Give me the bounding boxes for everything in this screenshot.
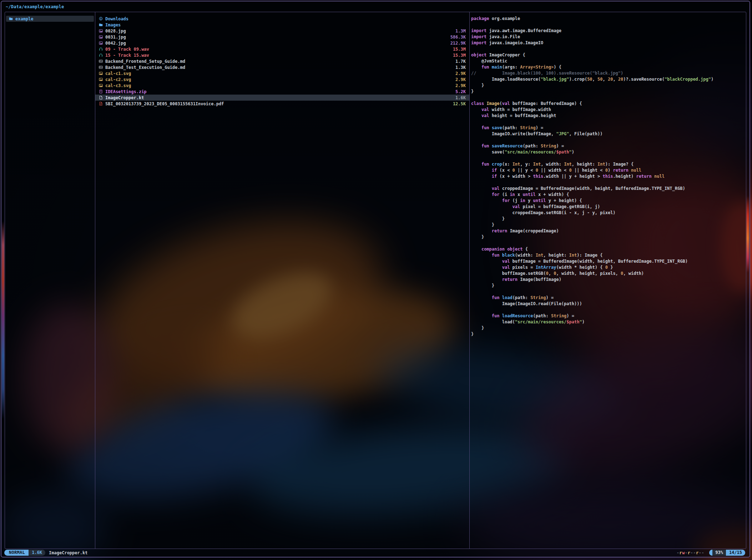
code-line: val height = buffImage.height bbox=[471, 113, 746, 119]
code-line: val buffImage = BufferedImage(width, hei… bbox=[471, 258, 746, 264]
file-row[interactable]: cal-c1.svg2.9K bbox=[95, 70, 469, 76]
pdf-icon bbox=[99, 101, 103, 106]
status-bar: NORMAL 1.6K ImageCropper.kt -rw-r--r-- 9… bbox=[4, 550, 745, 556]
code-line: val pixels = IntArray(width * height) { … bbox=[471, 264, 746, 271]
code-line: return Image(buffImage) bbox=[471, 277, 746, 283]
code-line: val width = buffImage.width bbox=[471, 107, 746, 113]
markdown-icon bbox=[99, 65, 103, 70]
file-row[interactable]: Downloads bbox=[95, 16, 469, 22]
parent-pane[interactable]: example bbox=[5, 12, 95, 549]
code-line: import java.io.File bbox=[471, 34, 746, 40]
file-name: IDEAsettings.zip bbox=[105, 89, 147, 94]
file-name: 0042.jpg bbox=[105, 41, 126, 46]
code-line bbox=[471, 119, 746, 125]
code-line: } bbox=[471, 325, 746, 331]
file-row[interactable]: Backend_Test_Execution_Guide.md1.3K bbox=[95, 64, 469, 70]
file-row[interactable]: cal-c3.svg2.9K bbox=[95, 82, 469, 89]
image-icon bbox=[99, 83, 103, 88]
status-bar-left: NORMAL 1.6K ImageCropper.kt bbox=[4, 550, 87, 556]
image-icon bbox=[99, 35, 103, 39]
code-line: fun saveResource(path: String) = bbox=[471, 143, 746, 149]
file-name: Backend_Frontend_Setup_Guide.md bbox=[105, 59, 185, 64]
code-line bbox=[471, 137, 746, 143]
file-name: 0028.jpg bbox=[105, 29, 126, 34]
file-size: 12.5K bbox=[453, 101, 466, 106]
file-row[interactable]: IDEAsettings.zip5.2K bbox=[95, 89, 469, 95]
file-name: cal-c3.svg bbox=[105, 83, 131, 88]
code-line: return Image(croppedImage) bbox=[471, 228, 746, 234]
code-line bbox=[471, 46, 746, 52]
file-size: 212.9K bbox=[450, 41, 466, 46]
parent-dir-row[interactable]: example bbox=[6, 16, 94, 22]
code-line: if (x + width > this.width || y + height… bbox=[471, 173, 746, 180]
status-bar-right: -rw-r--r-- 93% 14/15 bbox=[677, 550, 745, 556]
image-icon bbox=[99, 41, 103, 45]
code-line: for (i in x until x + width) { bbox=[471, 192, 746, 198]
code-line: buffImage.setRGB(0, 0, width, height, pi… bbox=[471, 271, 746, 277]
file-name: cal-c1.svg bbox=[105, 71, 131, 76]
file-row[interactable]: 0031.jpg586.3K bbox=[95, 34, 469, 40]
file-name: ImageCropper.kt bbox=[105, 95, 144, 100]
file-row[interactable]: Backend_Frontend_Setup_Guide.md1.7K bbox=[95, 58, 469, 64]
code-line: Image.loadResource("black.jpg").crop(50,… bbox=[471, 76, 746, 82]
permissions-text: -rw-r--r-- bbox=[677, 550, 704, 555]
file-size: 5.2K bbox=[455, 89, 466, 94]
breadcrumb-path: ~/Data/example/example bbox=[6, 4, 64, 9]
file-size-badge: 1.6K bbox=[29, 550, 45, 556]
image-icon bbox=[99, 29, 103, 33]
code-line: object ImageCropper { bbox=[471, 52, 746, 58]
code-line: } bbox=[471, 283, 746, 289]
file-size: 1.3K bbox=[455, 65, 466, 70]
folder-icon bbox=[9, 16, 13, 21]
terminal-window: ~/Data/example/example example Downloads… bbox=[1, 1, 750, 558]
status-file-name: ImageCropper.kt bbox=[49, 550, 87, 555]
file-size: 1.6K bbox=[455, 95, 466, 100]
file-size: 2.9K bbox=[455, 71, 466, 76]
file-row[interactable]: SBI_0032013739_2023_DE05_0003155631Invoi… bbox=[95, 101, 469, 107]
file-size: 15.3M bbox=[453, 47, 466, 52]
file-size: 586.3K bbox=[450, 35, 466, 40]
code-line: if (x < 0 || y < 0 || width < 0 || heigh… bbox=[471, 167, 746, 173]
code-line: save("src/main/resources/$path") bbox=[471, 149, 746, 155]
code-line: } bbox=[471, 331, 746, 337]
markdown-icon bbox=[99, 59, 103, 64]
file-size: 1.3M bbox=[455, 29, 466, 34]
file-row[interactable]: 0028.jpg1.3M bbox=[95, 28, 469, 34]
file-row[interactable]: cal-c2.svg2.9K bbox=[95, 76, 469, 82]
file-row[interactable]: 09 - Track 09.wav15.3M bbox=[95, 46, 469, 52]
download-icon bbox=[99, 16, 103, 21]
file-row[interactable]: Images bbox=[95, 22, 469, 28]
file-size: 2.9K bbox=[455, 77, 466, 82]
scroll-percent: 93% bbox=[712, 550, 726, 556]
file-name: cal-c2.svg bbox=[105, 77, 131, 82]
code-line: load("src/main/resources/$path") bbox=[471, 319, 746, 325]
file-row[interactable]: 15 - Track 15.wav15.3M bbox=[95, 52, 469, 58]
title-bar: ~/Data/example/example bbox=[1, 1, 750, 12]
code-line: fun save(path: String) = bbox=[471, 125, 746, 131]
file-size: 2.9K bbox=[455, 83, 466, 88]
folder-icon bbox=[99, 22, 103, 27]
code-line: Image(ImageIO.read(File(path))) bbox=[471, 301, 746, 307]
archive-icon bbox=[99, 89, 103, 94]
code-line: import java.awt.image.BufferedImage bbox=[471, 28, 746, 34]
code-line bbox=[471, 289, 746, 295]
code-line: class Image(val buffImage: BufferedImage… bbox=[471, 101, 746, 107]
code-line: } bbox=[471, 222, 746, 228]
file-name: Images bbox=[105, 22, 121, 27]
code-line: } bbox=[471, 216, 746, 222]
code-line: @JvmStatic bbox=[471, 58, 746, 64]
file-row[interactable]: 0042.jpg212.9K bbox=[95, 40, 469, 46]
file-name: Backend_Test_Execution_Guide.md bbox=[105, 65, 185, 70]
preview-pane[interactable]: package org.example import java.awt.imag… bbox=[470, 12, 746, 549]
wallpaper-edge-strip-left bbox=[2, 221, 4, 419]
file-row[interactable]: ImageCropper.kt1.6K bbox=[95, 95, 469, 101]
file-size: 1.7K bbox=[455, 59, 466, 64]
audio-icon bbox=[99, 53, 103, 57]
code-line bbox=[471, 95, 746, 101]
code-line: } bbox=[471, 89, 746, 95]
code-line bbox=[471, 22, 746, 28]
code-line: ImageIO.write(buffImage, "JPG", File(pat… bbox=[471, 131, 746, 137]
file-icon bbox=[99, 95, 103, 100]
code-line bbox=[471, 155, 746, 161]
file-list-pane[interactable]: DownloadsImages0028.jpg1.3M0031.jpg586.3… bbox=[95, 12, 470, 549]
